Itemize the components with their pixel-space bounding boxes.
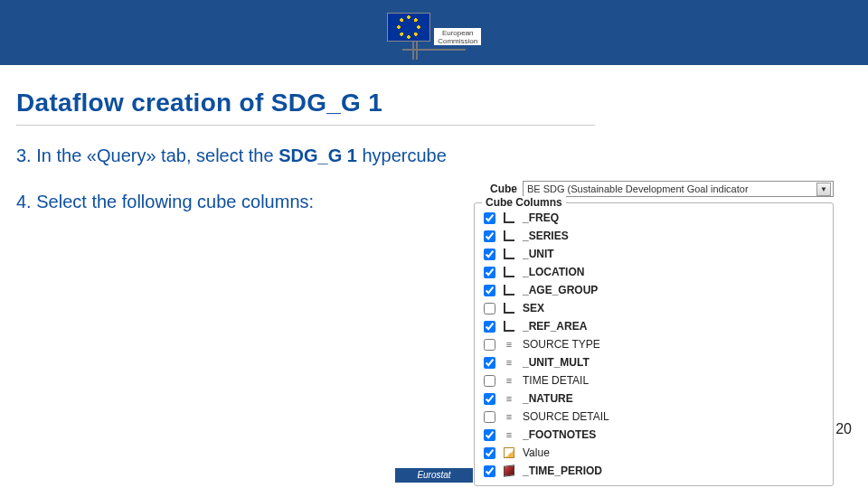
cube-column-row: ≡_NATURE [484, 389, 824, 408]
cube-column-row: _AGE_GROUP [484, 281, 824, 299]
cube-column-row: _UNIT [484, 245, 824, 263]
footer-eurostat: Eurostat [395, 468, 473, 483]
cube-column-checkbox[interactable] [484, 267, 495, 278]
attribute-icon: ≡ [503, 429, 515, 440]
cube-column-label: Value [523, 446, 550, 459]
attribute-icon: ≡ [503, 375, 515, 386]
cube-dropdown-value: BE SDG (Sustainable Development Goal ind… [527, 183, 749, 194]
cube-column-label: _NATURE [523, 392, 573, 405]
cube-panel: Cube BE SDG (Sustainable Development Goa… [474, 181, 834, 486]
header-bar: European Commission [0, 0, 868, 65]
dimension-icon [503, 230, 515, 241]
value-icon [503, 447, 515, 458]
cube-column-row: _SERIES [484, 227, 824, 245]
cube-column-label: SOURCE TYPE [523, 338, 600, 351]
cube-column-label: _FREQ [523, 211, 559, 224]
cube-column-checkbox[interactable] [484, 429, 495, 441]
cube-column-row: ≡_FOOTNOTES [484, 426, 824, 444]
step-3: 3. In the «Query» tab, select the SDG_G … [0, 145, 868, 166]
time-cube-icon [503, 465, 515, 476]
attribute-icon: ≡ [503, 357, 515, 368]
cube-column-checkbox[interactable] [484, 447, 495, 459]
cube-column-checkbox[interactable] [484, 230, 495, 242]
ec-logo: European Commission [378, 13, 490, 51]
cube-column-row: ≡TIME DETAIL [484, 371, 824, 389]
cube-column-checkbox[interactable] [484, 285, 495, 296]
cube-columns-list: _FREQ_SERIES_UNIT_LOCATION_AGE_GROUPSEX_… [484, 209, 824, 480]
attribute-icon: ≡ [503, 339, 515, 350]
chevron-down-icon[interactable]: ▼ [816, 183, 831, 196]
cube-columns-box: Cube Columns _FREQ_SERIES_UNIT_LOCATION_… [474, 202, 834, 486]
cube-column-label: _FOOTNOTES [523, 428, 596, 441]
dimension-icon [503, 249, 515, 259]
cube-column-label: SEX [523, 302, 544, 314]
cube-column-label: _TIME_PERIOD [523, 465, 602, 477]
cube-column-row: ≡_UNIT_MULT [484, 353, 824, 371]
cube-column-label: _REF_AREA [523, 320, 587, 333]
cube-column-checkbox[interactable] [484, 321, 495, 333]
cube-column-label: _LOCATION [523, 266, 584, 278]
cube-column-checkbox[interactable] [484, 465, 495, 477]
dimension-icon [503, 212, 515, 223]
cube-column-row: SEX [484, 299, 824, 317]
cube-column-row: Value [484, 444, 824, 462]
cube-column-row: _TIME_PERIOD [484, 462, 824, 480]
cube-column-checkbox[interactable] [484, 212, 495, 224]
cube-column-label: _UNIT [523, 248, 554, 260]
cube-column-label: SOURCE DETAIL [523, 410, 609, 423]
page-title: Dataflow creation of SDG_G 1 [0, 65, 868, 126]
cube-column-label: TIME DETAIL [523, 374, 589, 387]
cube-column-checkbox[interactable] [484, 375, 495, 387]
eu-flag-icon [387, 13, 430, 42]
cube-column-row: _REF_AREA [484, 317, 824, 335]
dimension-icon [503, 303, 515, 314]
cube-column-label: _SERIES [523, 230, 569, 242]
cube-dropdown[interactable]: BE SDG (Sustainable Development Goal ind… [523, 181, 834, 197]
cube-column-checkbox[interactable] [484, 303, 495, 314]
cube-column-row: ≡SOURCE TYPE [484, 335, 824, 353]
logo-caption: European Commission [434, 28, 481, 45]
cube-column-row: _LOCATION [484, 263, 824, 281]
attribute-icon: ≡ [503, 393, 515, 404]
dimension-icon [503, 285, 515, 296]
cube-column-row: ≡SOURCE DETAIL [484, 408, 824, 426]
page-number: 20 [835, 421, 852, 437]
cube-column-label: _AGE_GROUP [523, 284, 598, 296]
cube-column-checkbox[interactable] [484, 249, 495, 260]
attribute-icon: ≡ [503, 411, 515, 422]
cube-column-checkbox[interactable] [484, 411, 495, 423]
cube-column-checkbox[interactable] [484, 357, 495, 369]
dimension-icon [503, 267, 515, 277]
cube-label: Cube [490, 183, 517, 195]
cube-column-checkbox[interactable] [484, 393, 495, 405]
cube-column-checkbox[interactable] [484, 339, 495, 351]
cube-column-row: _FREQ [484, 209, 824, 227]
cube-columns-legend: Cube Columns [482, 196, 566, 209]
cube-column-label: _UNIT_MULT [523, 356, 590, 369]
dimension-icon [503, 321, 515, 332]
